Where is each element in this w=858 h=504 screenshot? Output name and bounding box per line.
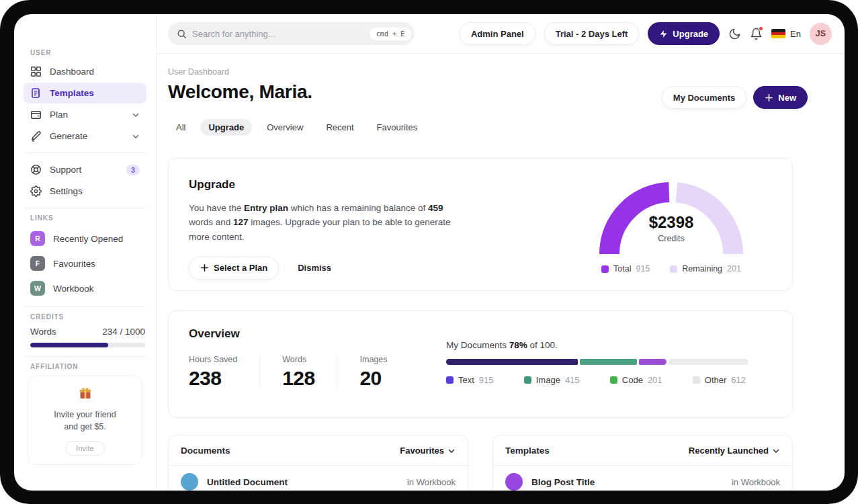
sidebar-link-workbook[interactable]: W Workbook [24,276,146,300]
sidebar-section-affiliation: AFFILIATION [30,363,146,370]
document-name: Untitled Document [207,477,288,487]
tab-recent[interactable]: Recent [318,119,361,136]
sidebar-item-dashboard[interactable]: Dashboard [24,61,146,82]
search-input[interactable] [192,29,364,39]
pencil-icon [30,130,42,142]
german-flag-icon[interactable] [771,29,785,38]
progress-text: My Documents 78% of 100. [446,340,748,350]
user-avatar[interactable]: JS [810,23,832,45]
sidebar-divider [24,153,146,153]
sidebar-item-label: Templates [50,88,94,98]
sidebar-divider [24,306,146,307]
credits-row: Words 234 / 1000 [24,325,146,337]
overview-stats: Hours Saved 238 Words 128 Images 20 [189,355,432,390]
language-label[interactable]: En [790,29,801,39]
documents-card: Documents Favourites Untitled Document i… [168,435,468,491]
affiliation-text: Invite your friend and get $5. [35,409,135,433]
legend-swatch [601,265,609,273]
bar-segment-code [639,359,667,365]
dismiss-button[interactable]: Dismiss [298,263,331,273]
support-count-badge: 3 [126,165,140,175]
sidebar-section-user: USER [30,49,146,56]
sidebar-item-support[interactable]: Support 3 [24,159,146,180]
app-window: USER Dashboard Templates Plan Generate S… [14,14,845,491]
legend-swatch [693,376,700,384]
admin-panel-button[interactable]: Admin Panel [460,22,535,45]
notification-dot [759,26,763,31]
overview-card: Overview Hours Saved 238 Words 128 Image… [168,310,793,418]
sidebar-item-label: Favourites [53,259,95,269]
overview-legend: Text 915 Image 415 Code 201 [446,375,748,385]
template-row[interactable]: Blog Post Title in Workbook [493,466,792,491]
my-documents-button[interactable]: My Documents [662,86,746,109]
tab-overview[interactable]: Overview [259,119,311,136]
bar-segment-text [446,359,578,365]
dark-mode-toggle[interactable] [728,28,741,40]
search-shortcut-badge: cmd + E [370,28,411,40]
sidebar-item-label: Support [50,165,81,175]
stat-words: Words 128 [282,355,337,390]
chevron-down-icon [447,447,456,455]
legend-item-remaining: Remaining 201 [670,264,741,274]
sidebar-link-favourites[interactable]: F Favourites [24,251,146,276]
sidebar-item-label: Workbook [53,284,94,294]
tab-favourites[interactable]: Favourites [369,119,426,136]
trial-button[interactable]: Trial - 2 Days Left [544,22,640,45]
dashboard-grid-icon [30,66,42,77]
legend-item-text: Text 915 [446,375,494,385]
notifications-button[interactable] [750,28,763,40]
content-area: User Dashboard Welcome, Maria. My Docume… [157,54,845,491]
sidebar-divider [24,208,146,208]
sidebar-item-label: Dashboard [50,67,94,77]
document-row[interactable]: Untitled Document in Workbook [169,466,468,491]
templates-icon [30,87,42,99]
templates-card-title: Templates [505,446,550,456]
template-location: in Workbook [732,477,780,487]
select-plan-button[interactable]: Select a Plan [189,257,279,280]
new-button[interactable]: New [753,86,808,109]
affiliation-card: Invite your friend and get $5. Invite [28,376,142,465]
legend-item-code: Code 201 [610,375,662,385]
page-title: Welcome, Maria. [168,81,312,103]
document-location: in Workbook [407,477,456,487]
chevron-down-icon [132,132,140,140]
moon-icon [728,28,741,40]
legend-swatch [446,376,454,384]
lightning-bolt-icon [659,30,668,38]
search-bar[interactable]: cmd + E [168,22,415,45]
sidebar-item-templates[interactable]: Templates [24,83,146,103]
chevron-down-icon [772,447,780,455]
sidebar-item-plan[interactable]: Plan [24,104,146,125]
page-header: User Dashboard Welcome, Maria. My Docume… [168,67,808,109]
chevron-down-icon [132,111,140,119]
sidebar-item-label: Generate [50,131,87,141]
upgrade-card: Upgrade You have the Entry plan which ha… [168,158,793,291]
tab-upgrade[interactable]: Upgrade [200,119,252,136]
gauge-center-label: Credits [599,234,744,243]
sidebar-item-generate[interactable]: Generate [24,126,146,146]
upgrade-button[interactable]: Upgrade [648,22,720,45]
legend-swatch [670,265,677,273]
sidebar-item-label: Settings [50,186,83,196]
gauge-chart: $2398 Credits [599,179,744,256]
invite-button[interactable]: Invite [65,441,104,456]
documents-filter-dropdown[interactable]: Favourites [400,446,456,456]
legend-swatch [524,376,531,384]
wallet-icon [30,109,42,120]
gauge-center-value: $2398 [599,213,744,232]
gift-icon [78,386,93,401]
documents-progress: My Documents 78% of 100. Text 915 [446,327,748,401]
legend-item-total: Total 915 [601,264,650,274]
templates-filter-dropdown[interactable]: Recently Launched [689,446,780,456]
upgrade-card-actions: Select a Plan Dismiss [189,257,452,280]
topbar-actions: Admin Panel Trial - 2 Days Left Upgrade … [460,22,832,45]
sidebar-link-recently-opened[interactable]: R Recently Opened [24,226,146,251]
templates-card-header: Templates Recently Launched [493,435,792,465]
breadcrumb: User Dashboard [168,67,312,77]
plus-icon [765,93,773,102]
main-column: cmd + E Admin Panel Trial - 2 Days Left … [157,14,845,491]
sidebar-item-settings[interactable]: Settings [24,181,146,202]
sidebar-section-links: LINKS [30,214,146,222]
tab-all[interactable]: All [168,119,194,136]
search-icon [177,29,187,39]
